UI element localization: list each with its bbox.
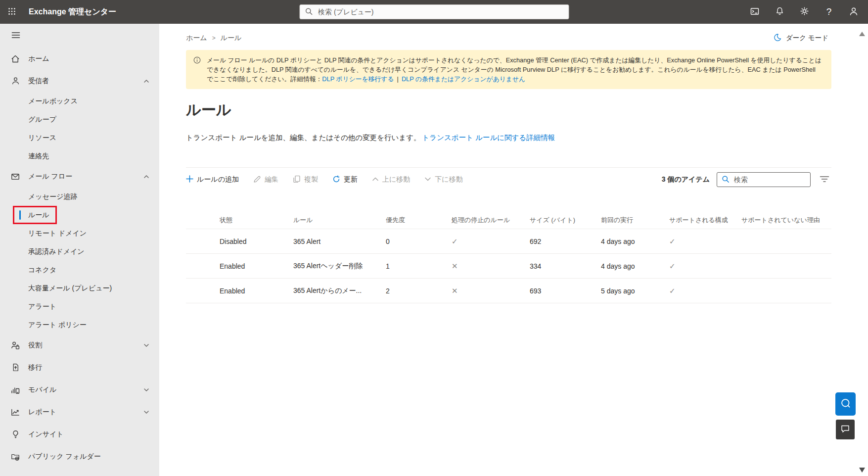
sidebar-item-mailboxes[interactable]: メールボックス xyxy=(0,92,159,110)
sidebar-item-insights[interactable]: インサイト xyxy=(0,423,159,445)
banner-link-migrate-dlp[interactable]: DLP ポリシーを移行する xyxy=(322,75,394,83)
scrollbar-down-arrow[interactable] xyxy=(859,468,865,473)
help-buoy-icon xyxy=(840,397,852,411)
sidebar-item-reports[interactable]: レポート xyxy=(0,401,159,423)
sidebar-item-label: ルール xyxy=(28,211,49,220)
mail-icon xyxy=(10,172,20,182)
header-last-run: 前回の実行 xyxy=(601,216,669,225)
sidebar-item-label: 連絡先 xyxy=(28,152,49,161)
account-button[interactable] xyxy=(841,0,866,24)
header-priority: 優先度 xyxy=(386,216,452,225)
cloud-shell-icon xyxy=(750,6,760,18)
global-search-input[interactable] xyxy=(317,7,563,16)
table-row[interactable]: Enabled 365 Alertからのメー... 2 ✕ 693 5 days… xyxy=(186,279,831,303)
sidebar-item-public-folders[interactable]: パブリック フォルダー xyxy=(0,445,159,468)
sidebar-item-remote-domains[interactable]: リモート ドメイン xyxy=(0,224,159,242)
account-icon xyxy=(849,6,859,18)
sidebar-item-message-trace[interactable]: メッセージ追跡 xyxy=(0,188,159,206)
check-icon: ✓ xyxy=(452,237,458,245)
sidebar-item-accepted-domains[interactable]: 承認済みドメイン xyxy=(0,242,159,261)
cell-rule-name: 365 Alertからのメー... xyxy=(293,286,386,295)
cell-priority: 0 xyxy=(386,238,452,245)
sidebar-item-connectors[interactable]: コネクタ xyxy=(0,261,159,279)
sidebar-item-alerts[interactable]: アラート xyxy=(0,297,159,316)
sidebar-item-label: アラート xyxy=(28,302,56,311)
feedback-bubble-icon xyxy=(840,424,850,435)
move-down-label: 下に移動 xyxy=(435,175,462,184)
sidebar-item-contacts[interactable]: 連絡先 xyxy=(0,147,159,165)
check-icon: ✓ xyxy=(669,262,676,270)
mobile-icon xyxy=(10,385,20,395)
banner-link-no-dlp-condition[interactable]: DLP の条件またはアクションがありません xyxy=(402,75,525,83)
refresh-label: 更新 xyxy=(344,175,358,184)
breadcrumb-separator-icon: > xyxy=(212,35,216,42)
chevron-down-icon xyxy=(143,387,149,393)
sidebar-item-mobile[interactable]: モバイル xyxy=(0,379,159,401)
dark-mode-label: ダーク モード xyxy=(786,34,828,43)
moon-icon xyxy=(773,33,782,44)
search-icon xyxy=(722,175,730,185)
sidebar-item-alert-policies[interactable]: アラート ポリシー xyxy=(0,316,159,334)
sidebar-item-high-volume-mail[interactable]: 大容量メール (プレビュー) xyxy=(0,279,159,297)
add-rule-label: ルールの追加 xyxy=(197,175,239,184)
sidebar-item-label: リソース xyxy=(28,134,56,143)
add-rule-button[interactable]: ルールの追加 xyxy=(186,175,239,184)
app-launcher-button[interactable] xyxy=(0,0,24,24)
sidebar-item-label: ホーム xyxy=(28,54,49,63)
banner-link-separator: | xyxy=(397,75,399,83)
move-down-button[interactable]: 下に移動 xyxy=(424,175,462,184)
cell-status: Disabled xyxy=(220,238,293,245)
gear-icon xyxy=(800,6,809,17)
search-icon xyxy=(305,7,313,17)
cell-status: Enabled xyxy=(220,287,293,295)
rules-search-box[interactable] xyxy=(717,172,811,187)
sidebar-item-rules[interactable]: ルール xyxy=(0,206,159,224)
nav-collapse-button[interactable] xyxy=(0,24,159,48)
top-bar: Exchange 管理センター ? xyxy=(0,0,868,24)
topbar-actions: ? xyxy=(742,0,866,24)
sidebar-item-resources[interactable]: リソース xyxy=(0,129,159,147)
page-description-text: トランスポート ルールを追加、編集、またはその他の変更を行います。 xyxy=(186,134,421,142)
main-content: ホーム > ルール ダーク モード メール フロー ルールの DLP ポリシーと… xyxy=(159,24,868,476)
help-button[interactable]: ? xyxy=(817,0,841,24)
dark-mode-toggle[interactable]: ダーク モード xyxy=(773,33,828,44)
feedback-widget-button[interactable] xyxy=(836,420,855,439)
selected-indicator xyxy=(19,210,21,220)
edit-button[interactable]: 編集 xyxy=(253,175,278,185)
cloud-shell-button[interactable] xyxy=(742,0,767,24)
chevron-down-icon xyxy=(143,342,149,348)
chevron-up-icon xyxy=(372,176,379,184)
pencil-icon xyxy=(253,175,261,185)
table-row[interactable]: Disabled 365 Alert 0 ✓ 692 4 days ago ✓ xyxy=(186,229,831,254)
duplicate-button[interactable]: 複製 xyxy=(293,175,318,185)
sidebar-item-label: 承認済みドメイン xyxy=(28,247,85,256)
cross-icon: ✕ xyxy=(452,286,458,295)
header-size-bytes: サイズ (バイト) xyxy=(530,216,601,225)
breadcrumb-home[interactable]: ホーム xyxy=(186,34,207,43)
sidebar-item-home[interactable]: ホーム xyxy=(0,48,159,70)
scrollbar-up-arrow[interactable] xyxy=(859,32,865,36)
help-widget-button[interactable] xyxy=(835,392,856,416)
sidebar-item-migration[interactable]: 移行 xyxy=(0,356,159,379)
left-nav: ホーム 受信者 メールボックス グループ リソース 連絡先 メール フロー メッ… xyxy=(0,24,159,476)
sidebar-item-mail-flow[interactable]: メール フロー xyxy=(0,165,159,188)
rules-search-input[interactable] xyxy=(733,175,806,184)
sidebar-item-groups[interactable]: グループ xyxy=(0,110,159,129)
global-search-box[interactable] xyxy=(299,4,569,19)
app-title: Exchange 管理センター xyxy=(29,7,116,17)
sidebar-item-roles[interactable]: 役割 xyxy=(0,334,159,356)
settings-button[interactable] xyxy=(792,0,817,24)
toolbar-divider xyxy=(186,167,831,168)
item-count: 3 個のアイテム xyxy=(662,175,710,184)
filter-button[interactable] xyxy=(818,173,831,187)
sidebar-item-label: グループ xyxy=(28,115,56,124)
transport-rules-learn-more-link[interactable]: トランスポート ルールに関する詳細情報 xyxy=(422,134,555,142)
sidebar-item-recipients[interactable]: 受信者 xyxy=(0,70,159,92)
notifications-button[interactable] xyxy=(767,0,792,24)
table-row[interactable]: Enabled 365 Alertヘッダー削除 1 ✕ 334 4 days a… xyxy=(186,254,831,279)
table-header-row: 状態 ルール 優先度 処理の停止のルール サイズ (バイト) 前回の実行 サポー… xyxy=(186,211,831,229)
refresh-button[interactable]: 更新 xyxy=(332,175,358,185)
sidebar-item-label: メッセージ追跡 xyxy=(28,192,77,201)
move-up-button[interactable]: 上に移動 xyxy=(372,175,410,184)
sidebar-item-label: 移行 xyxy=(28,363,42,372)
